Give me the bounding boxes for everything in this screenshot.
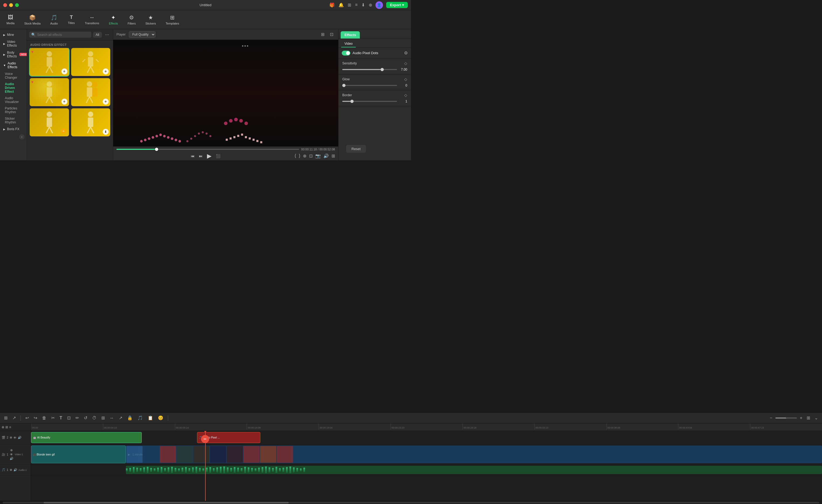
download-effect-button-6[interactable]: ⬇ <box>103 129 109 135</box>
effect-card-audio-driven-zoom[interactable]: + Audio-Driven Zoom <box>71 48 110 76</box>
progress-track[interactable] <box>116 149 299 150</box>
sidebar-sub-audio-visualizer[interactable]: Audio Visualizer <box>0 95 27 105</box>
effect-settings-icon[interactable]: ⚙ <box>404 50 408 55</box>
preview-area: Player Full Quality ⊞ ⊡ <box>113 29 338 160</box>
add-icon[interactable]: ⊕ <box>369 2 372 8</box>
sidebar-sub-particles-rhythm[interactable]: Particles Rhythm <box>0 105 27 115</box>
param-border-reset[interactable]: ◇ <box>404 93 407 97</box>
sidebar-item-audio-effects[interactable]: ▼ Audio Effects <box>0 60 27 71</box>
split-icon[interactable]: ⊗ <box>303 153 307 158</box>
minimize-button[interactable] <box>9 3 13 7</box>
effect-card-audio-pixel-dots[interactable]: ♥ + Audio Pixel Dots <box>30 48 69 76</box>
svg-line-26 <box>87 127 90 133</box>
tab-effects[interactable]: Effects <box>341 31 360 39</box>
search-input-wrap[interactable]: 🔍 <box>29 32 91 38</box>
param-sensitivity-reset[interactable]: ◇ <box>404 61 407 65</box>
effect-card-5[interactable]: + <box>30 108 69 136</box>
sensitivity-thumb[interactable] <box>381 68 384 71</box>
border-thumb[interactable] <box>350 100 354 103</box>
add-effect-button-3[interactable]: + <box>61 99 67 105</box>
effects-grid: ♥ + Audio Pixel Dots <box>27 48 113 139</box>
fullscreen-button[interactable]: ⊡ <box>328 31 335 37</box>
chevron-right-icon-body: ▶ <box>3 53 5 56</box>
titles-icon: T <box>70 15 73 20</box>
menu-icon[interactable]: ≡ <box>355 2 357 8</box>
nav-item-titles[interactable]: T Titles <box>63 13 79 26</box>
param-glow-row: 0 <box>342 83 407 87</box>
subtab-video[interactable]: Video <box>341 40 356 47</box>
add-effect-button-1[interactable]: + <box>61 68 67 74</box>
sidebar-item-body-effects[interactable]: ▶ Body Effects NEW <box>0 49 27 60</box>
mark-in-icon[interactable]: { <box>295 153 296 158</box>
download-icon[interactable]: ⬇ <box>361 2 365 8</box>
add-effect-button-4[interactable]: + <box>103 99 109 105</box>
sidebar-item-mine[interactable]: ▶ Mine <box>0 31 27 38</box>
sidebar-sub-voice-changer[interactable]: Voice Changer <box>0 71 27 81</box>
right-panel-tabs: Effects <box>339 29 411 39</box>
sidebar-item-boris-fx[interactable]: ▶ Boris FX <box>0 126 27 133</box>
traffic-lights <box>3 3 19 7</box>
nav-item-templates[interactable]: ⊞ Templates <box>161 13 183 27</box>
avatar[interactable]: 👤 <box>375 1 383 9</box>
time-current: 00:00:11:18 / 00:00:52:08 <box>301 148 335 151</box>
more-options-button[interactable]: ··· <box>103 31 111 38</box>
maximize-button[interactable] <box>15 3 19 7</box>
nav-item-stock[interactable]: 📦 Stock Media <box>20 13 45 27</box>
search-input[interactable] <box>37 33 89 37</box>
picture-in-picture-icon[interactable]: ⊡ <box>309 153 313 158</box>
export-button[interactable]: Export ▾ <box>386 2 408 8</box>
quality-select[interactable]: Full Quality <box>129 31 155 38</box>
glow-thumb[interactable] <box>342 84 346 87</box>
nav-label-media: Media <box>6 22 15 25</box>
progress-thumb[interactable] <box>155 148 158 151</box>
sidebar-collapse-button[interactable]: ‹ <box>19 134 25 140</box>
svg-line-7 <box>90 67 94 73</box>
effects-section-title: AUDIO DRIVEN EFFECT <box>27 40 113 48</box>
progress-bar[interactable]: 00:00:11:18 / 00:00:52:08 <box>116 148 335 151</box>
grid-icon[interactable]: ⊞ <box>348 2 351 8</box>
sidebar-sub-sticker-rhythm[interactable]: Sticker Rhythm <box>0 115 27 126</box>
nav-item-media[interactable]: 🖼 Media <box>2 13 19 26</box>
sidebar-sub-audio-driven-effect[interactable]: Audio Driven Effect <box>0 81 27 95</box>
heart-icon-3: ♥ <box>31 80 33 84</box>
effect-card-audio-visualizer-glow[interactable]: ♥ + Audio Visualizer Glow <box>30 78 69 106</box>
audio-nav-icon: 🎵 <box>51 14 57 21</box>
border-slider[interactable] <box>342 101 397 102</box>
rewind-button[interactable]: ⏮ <box>191 154 194 158</box>
sensitivity-fill <box>342 69 381 70</box>
nav-item-filters[interactable]: ⚙ Filters <box>123 13 140 27</box>
nav-item-transitions[interactable]: ↔ Transitions <box>81 13 103 26</box>
nav-label-audio: Audio <box>50 22 58 25</box>
effect-toggle[interactable] <box>342 51 350 55</box>
split-view-button[interactable]: ⊞ <box>319 31 326 37</box>
nav-label-effects: Effects <box>109 22 118 25</box>
gift-icon[interactable]: 🎁 <box>329 2 335 8</box>
reset-button[interactable]: Reset <box>346 145 366 153</box>
left-sidebar: ▶ Mine ▶ Video Effects ▶ Body Effects NE… <box>0 29 27 160</box>
volume-icon[interactable]: 🔊 <box>323 153 329 158</box>
nav-item-stickers[interactable]: ★ Stickers <box>141 13 160 27</box>
filter-button[interactable]: All <box>93 32 102 38</box>
snapshot-icon[interactable]: 📷 <box>315 153 321 158</box>
nav-item-effects[interactable]: ✦ Effects <box>104 13 122 27</box>
param-border-row: 1 <box>342 99 407 103</box>
effect-card-audio-zoom-rgb[interactable]: + Audio Zoom RGB <box>71 78 110 106</box>
sensitivity-slider[interactable] <box>342 69 397 70</box>
chevron-right-icon-video: ▶ <box>3 42 5 45</box>
stop-button[interactable]: ⬛ <box>216 154 221 158</box>
glow-slider[interactable] <box>342 85 397 86</box>
nav-item-audio[interactable]: 🎵 Audio <box>46 13 62 27</box>
step-back-button[interactable]: ⏭ <box>199 154 203 158</box>
sidebar-label-video-effects: Video Effects <box>7 40 23 47</box>
mark-out-icon[interactable]: } <box>299 153 300 158</box>
fullscreen-player-icon[interactable]: ⊞ <box>332 153 335 158</box>
effect-card-6[interactable]: ⬇ <box>71 108 110 136</box>
bell-icon[interactable]: 🔔 <box>339 2 344 8</box>
close-button[interactable] <box>3 3 7 7</box>
sidebar-item-video-effects[interactable]: ▶ Video Effects <box>0 38 27 49</box>
player-label: Player <box>116 33 125 36</box>
play-button[interactable]: ▶ <box>207 152 212 159</box>
add-effect-button-2[interactable]: + <box>103 68 109 74</box>
titlebar-right: 🎁 🔔 ⊞ ≡ ⬇ ⊕ 👤 Export ▾ <box>329 1 408 9</box>
param-glow-reset[interactable]: ◇ <box>404 77 407 81</box>
